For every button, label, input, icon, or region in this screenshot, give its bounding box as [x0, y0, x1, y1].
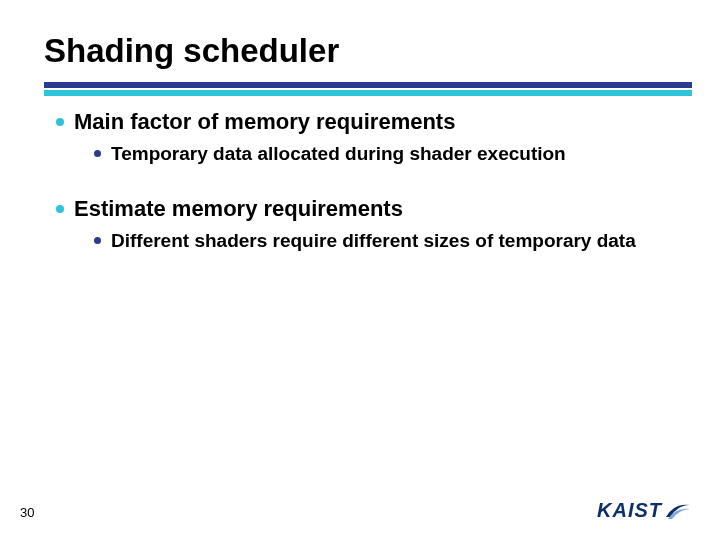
bullet-icon [94, 237, 101, 244]
underline-blue [44, 82, 692, 88]
bullet-icon [56, 205, 64, 213]
slide-title: Shading scheduler [44, 32, 339, 70]
slide: Shading scheduler Main factor of memory … [0, 0, 720, 540]
page-number: 30 [20, 505, 34, 520]
bullet-level1: Main factor of memory requirements [56, 108, 680, 136]
underline-cyan [44, 90, 692, 96]
bullet-text: Main factor of memory requirements [74, 108, 455, 136]
bullet-level2: Temporary data allocated during shader e… [94, 142, 680, 166]
bullet-text: Estimate memory requirements [74, 195, 403, 223]
bullet-level2: Different shaders require different size… [94, 229, 680, 253]
content-area: Main factor of memory requirements Tempo… [56, 108, 680, 269]
kaist-logo: KAIST [597, 499, 692, 522]
bullet-icon [56, 118, 64, 126]
bullet-level1: Estimate memory requirements [56, 195, 680, 223]
spacer [56, 181, 680, 195]
bullet-icon [94, 150, 101, 157]
logo-swoosh-icon [664, 501, 692, 521]
bullet-text: Different shaders require different size… [111, 229, 636, 253]
bullet-text: Temporary data allocated during shader e… [111, 142, 566, 166]
title-underline [44, 82, 692, 96]
logo-text: KAIST [597, 499, 662, 522]
